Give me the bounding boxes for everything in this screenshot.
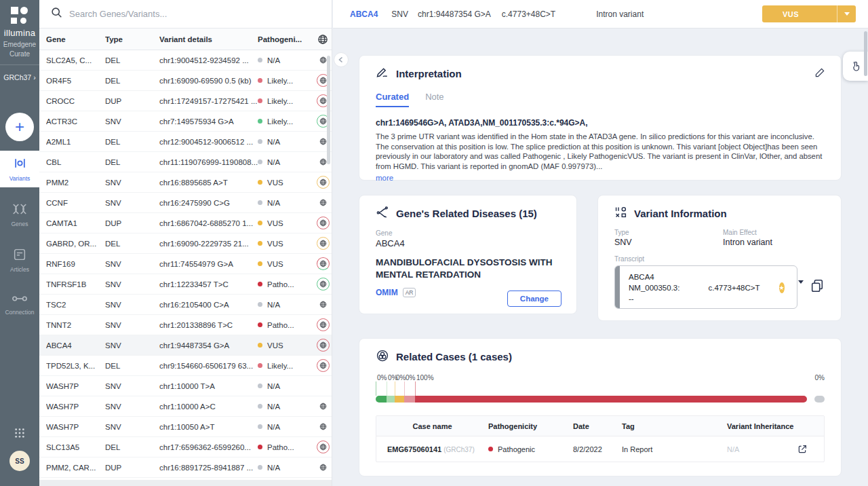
variant-row[interactable]: TPD52L3, K...DELchr9:154660-6506179 63..… [39,356,332,376]
gene-cell: CAMTA1 [46,219,105,227]
pathogenicity-cell: N/A [258,382,311,390]
variant-row[interactable]: TNNT2SNVchr1:201338896 T>C Patho... [39,315,332,335]
variant-row[interactable]: OR4F5DELchr1:69090-69590 0.5 (kb) Likely… [39,71,332,91]
case-name: EMG675060141 (GRCh37) [376,445,488,453]
transcript-gene: ABCA4 [629,272,789,282]
main-effect-label: Main Effect [723,229,772,236]
type-cell: DUP [105,464,159,472]
variant-row[interactable]: GABRD, OR...DELchr1:69090-2229735 21... … [39,233,332,254]
status-dot [258,322,262,327]
classification-dropdown[interactable]: VUS [762,5,856,22]
pathogenicity-cell: VUS [258,219,311,227]
variant-row[interactable]: CAMTA1DUPchr1:6867042-6885270 1... VUS [39,213,332,233]
variants-icon [14,157,26,172]
status-dot [258,343,262,348]
distribution-bar-other [814,396,825,403]
omim-link[interactable]: OMIM [376,288,398,297]
globe-icon[interactable] [317,359,330,372]
variant-info-title-row: Variant Information [614,206,825,221]
cases-table: Case name Pathogenicity Date Tag Variant… [376,415,825,462]
illumina-logo-icon [11,7,28,24]
details-cell: chr1:6867042-6885270 1... [159,219,258,227]
status-dot [258,445,262,449]
globe-icon[interactable] [317,278,330,291]
globe-icon[interactable] [317,441,330,453]
classification-caret[interactable] [837,5,856,22]
transcript-selector[interactable]: ABCA4 NM_000350.3: c.4773+48C>T ★ -- [614,265,797,309]
tab-note[interactable]: Note [425,92,443,107]
globe-icon[interactable] [317,176,330,189]
gene-cell: TNFRSF1B [46,280,105,288]
globe-icon[interactable] [317,257,330,270]
pathogenicity-cell: Likely... [258,77,311,85]
main-area: ABCA4 SNV chr1:94487354 G>A c.4773+48C>T… [333,0,868,486]
search-input[interactable] [69,9,293,19]
globe-icon[interactable] [317,318,330,331]
globe-icon[interactable] [317,339,330,352]
variant-row[interactable]: CROCCDUPchr1:17249157-17275421 ... Likel… [39,91,332,111]
collapse-panel-button[interactable] [334,52,349,67]
details-cell: chr16:2475990 C>G [159,199,258,207]
variant-row[interactable]: TSC2SNVchr16:2105400 C>A N/A [39,295,332,315]
copy-icon[interactable] [810,278,825,296]
globe-icon[interactable] [317,298,330,311]
status-dot [258,465,262,470]
variant-row[interactable]: SLC2A5, C...DELchr1:9004512-9234592 ... … [39,50,332,71]
gene-cell: OR4F5 [46,77,105,85]
chevron-down-icon [844,12,850,16]
gene-cell: A2ML1 [46,138,105,146]
topbar-gene-link[interactable]: ABCA4 [350,10,378,19]
case-row[interactable]: EMG675060141 (GRCh37) Pathogenic 8/2/202… [376,436,824,462]
globe-icon[interactable] [317,217,330,229]
change-disease-button[interactable]: Change [507,291,561,307]
globe-icon[interactable] [317,237,330,250]
globe-icon[interactable] [317,400,330,413]
globe-icon[interactable] [317,461,330,474]
variant-row[interactable]: ABCA4SNVchr1:94487354 G>A VUS [39,335,332,356]
chevron-down-icon[interactable] [798,282,804,293]
gene-cell: RNF169 [46,260,105,268]
variant-row[interactable]: WASH7PSNVchr1:10000 A>C N/A [39,396,332,417]
pathogenicity-cell: Likely... [258,117,311,126]
details-cell: chr7:149575934 G>A [159,117,258,126]
type-cell: SNV [105,423,159,431]
search-bar [39,0,332,29]
list-horizontal-scrollbar[interactable] [39,480,332,486]
variant-row[interactable]: CBLDELchr11:119076999-1190808... N/A [39,152,332,172]
details-cell: chr1:12233457 T>C [159,280,258,288]
variant-row[interactable]: WASH7PSNVchr1:10000 T>A N/A [39,376,332,396]
variant-row[interactable]: PMM2SNVchr16:8895685 A>T VUS [39,172,332,193]
variant-row[interactable]: PMM2, CAR...DUPchr16:8891725-8941887 ...… [39,457,332,478]
page-scrollbar[interactable] [864,31,867,76]
variant-row[interactable]: RNF169SNVchr11:74554979 G>A VUS [39,254,332,274]
sidebar-item-connection[interactable]: Connection [0,288,39,321]
interpretation-tabs: Curated Note [376,92,825,107]
genome-build-selector[interactable]: GRCh37› [3,73,35,81]
sidebar-item-variants[interactable]: Variants [0,151,39,187]
variant-row[interactable]: CCNFSNVchr16:2475990 C>G N/A [39,193,332,213]
more-link[interactable]: more [376,174,393,182]
sidebar-item-genes[interactable]: Genes [0,197,39,233]
user-avatar[interactable]: SS [9,451,30,471]
variant-row[interactable]: WASH7PSNVchr1:10050 A>T N/A [39,417,332,437]
add-button[interactable]: + [5,113,34,141]
open-case-icon[interactable] [797,444,824,455]
globe-icon[interactable] [317,196,330,209]
gene-cell: WASH7P [46,382,105,390]
pathogenicity-cell: VUS [258,240,311,248]
transcript-accent-bar [615,266,620,308]
globe-icon[interactable] [317,420,330,433]
variant-row[interactable]: A2ML1DELchr12:9004512-9006512 ... N/A [39,132,332,152]
variant-row[interactable]: ACTR3CSNVchr7:149575934 G>A Likely... [39,111,332,132]
type-cell: DEL [105,138,159,146]
variant-row[interactable]: SLC13A5DELchr17:6596362-6599260... Patho… [39,437,332,457]
list-scrollbar[interactable] [327,56,330,164]
variants-table-header: Gene Type Variant details Pathogeni... [39,29,332,50]
tab-curated[interactable]: Curated [376,92,409,107]
details-cell: chr1:17249157-17275421 ... [159,97,258,105]
status-dot [258,58,262,62]
variant-row[interactable]: TNFRSF1BSNVchr1:12233457 T>C Patho... [39,274,332,295]
sidebar-item-articles[interactable]: Articles [0,242,39,278]
edit-interpretation-button[interactable] [814,67,826,81]
apps-grid-icon[interactable] [14,428,25,441]
